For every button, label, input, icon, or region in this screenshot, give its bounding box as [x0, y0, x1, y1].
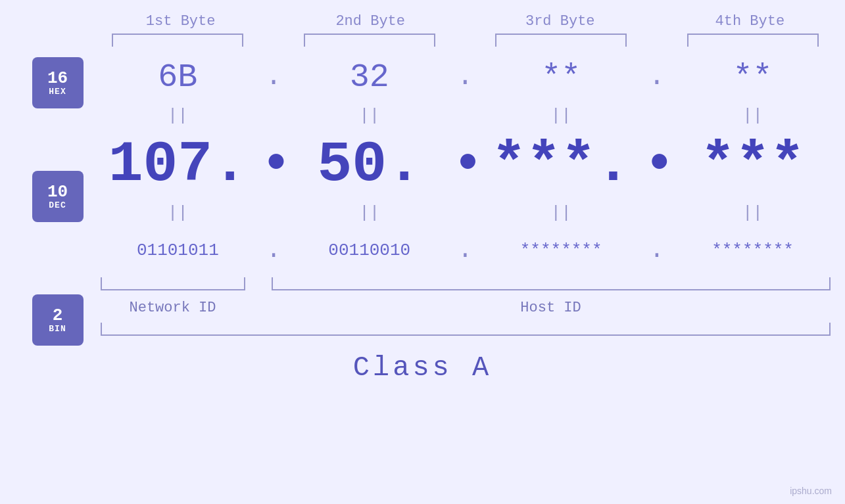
host-id-bottom-bracket: [272, 277, 831, 290]
bin-row: 01101011 . 00110010 . ******** . *******…: [101, 225, 831, 275]
dec-row: 107. • 50. • ***. • ***: [101, 128, 831, 200]
network-id-label: Network ID: [101, 300, 245, 316]
eq1-b3: ||: [489, 106, 633, 126]
bin-byte4: ********: [681, 241, 825, 260]
host-id-label: Host ID: [272, 300, 831, 316]
byte4-top-bracket: [687, 34, 819, 47]
byte1-header: 1st Byte: [109, 13, 253, 30]
byte2-top-bracket: [304, 34, 435, 47]
eq2-b4: ||: [681, 203, 825, 223]
dec-sep3: •: [644, 135, 670, 195]
full-bottom-bracket: [101, 323, 831, 336]
dec-byte1: 107.: [105, 132, 250, 197]
hex-byte2: 32: [297, 58, 442, 96]
bin-sep2: .: [452, 236, 478, 264]
class-label-row: Class A: [0, 352, 845, 384]
hex-badge: 16 HEX: [32, 57, 84, 108]
dec-sep2: •: [452, 135, 478, 195]
byte4-header: 4th Byte: [677, 13, 822, 30]
eq2-b2: ||: [297, 203, 442, 223]
hex-byte1: 6B: [105, 58, 250, 96]
byte3-header: 3rd Byte: [488, 13, 633, 30]
dec-byte4: ***: [681, 132, 825, 197]
eq1-b2: ||: [297, 106, 442, 126]
hex-sep2: .: [452, 61, 478, 93]
byte1-top-bracket: [112, 34, 243, 47]
eq1-b4: ||: [681, 106, 825, 126]
eq2-b3: ||: [489, 203, 633, 223]
dec-byte2: 50.: [297, 132, 442, 197]
byte3-top-bracket: [495, 34, 627, 47]
equals-row-1: || || || ||: [101, 103, 831, 128]
bin-badge: 2 BIN: [32, 294, 84, 346]
bin-sep1: .: [260, 236, 287, 264]
equals-row-2: || || || ||: [101, 200, 831, 225]
byte2-header: 2nd Byte: [298, 13, 443, 30]
eq2-b1: ||: [105, 203, 250, 223]
hex-byte3: **: [489, 58, 633, 96]
main-container: 1st Byte 2nd Byte 3rd Byte 4th Byte 16 H…: [0, 0, 845, 504]
watermark: ipshu.com: [790, 486, 832, 496]
hex-row: 6B . 32 . ** . **: [101, 51, 831, 103]
eq1-b1: ||: [105, 106, 250, 126]
badges-column: 16 HEX 10 DEC 2 BIN: [15, 51, 101, 346]
network-id-bottom-bracket: [101, 277, 245, 290]
bin-byte3: ********: [489, 241, 633, 260]
hex-sep1: .: [260, 61, 287, 93]
hex-byte4: **: [681, 58, 825, 96]
dec-badge: 10 DEC: [32, 171, 84, 222]
bin-byte1: 01101011: [105, 241, 250, 260]
dec-byte3: ***.: [489, 132, 633, 197]
class-label: Class A: [353, 352, 492, 384]
bin-sep3: .: [644, 236, 670, 264]
hex-sep3: .: [644, 61, 670, 93]
dec-sep1: •: [260, 135, 287, 195]
bin-byte2: 00110010: [297, 241, 442, 260]
